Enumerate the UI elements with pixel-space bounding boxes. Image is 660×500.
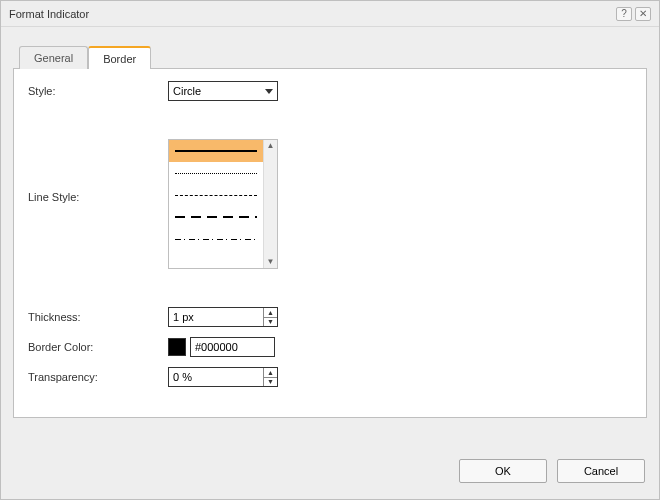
line-preview-solid: [175, 150, 257, 152]
dialog-format-indicator: Format Indicator ? ✕ General Border Styl…: [0, 0, 660, 500]
style-select[interactable]: Circle: [168, 81, 278, 101]
style-select-wrap: Circle: [168, 81, 278, 101]
tab-general[interactable]: General: [19, 46, 88, 69]
thickness-spin-up-icon[interactable]: ▲: [264, 308, 277, 318]
line-preview-dash-dot: [175, 239, 257, 240]
window-title: Format Indicator: [9, 8, 613, 20]
color-swatch[interactable]: [168, 338, 186, 356]
close-icon[interactable]: ✕: [635, 7, 651, 21]
border-color-input-wrap: [168, 337, 275, 357]
label-transparency: Transparency:: [28, 371, 168, 383]
border-color-input[interactable]: [190, 337, 275, 357]
row-style: Style: Circle: [28, 81, 632, 101]
label-line-style: Line Style:: [28, 139, 168, 203]
thickness-input[interactable]: [169, 308, 277, 326]
label-border-color: Border Color:: [28, 341, 168, 353]
transparency-input[interactable]: [169, 368, 277, 386]
line-preview-long-dash: [175, 216, 257, 218]
row-border-color: Border Color:: [28, 337, 632, 357]
line-style-item-solid[interactable]: [169, 140, 263, 162]
row-transparency: Transparency: ▲ ▼: [28, 367, 632, 387]
row-line-style: Line Style:: [28, 139, 632, 269]
cancel-button[interactable]: Cancel: [557, 459, 645, 483]
transparency-spinner: ▲ ▼: [263, 368, 277, 386]
line-style-item-dashed[interactable]: [169, 184, 263, 206]
line-style-item-dotted[interactable]: [169, 162, 263, 184]
thickness-spinner: ▲ ▼: [263, 308, 277, 326]
thickness-input-wrap: ▲ ▼: [168, 307, 278, 327]
panel-border: Style: Circle Line Style:: [13, 68, 647, 418]
line-style-scrollbar[interactable]: ▲ ▼: [263, 140, 277, 268]
line-style-list: ▲ ▼: [168, 139, 278, 269]
scroll-up-icon[interactable]: ▲: [267, 142, 275, 150]
thickness-spin-down-icon[interactable]: ▼: [264, 318, 277, 327]
transparency-spin-up-icon[interactable]: ▲: [264, 368, 277, 378]
tab-bar: General Border: [19, 45, 647, 68]
dialog-body: General Border Style: Circle Line Style:: [1, 27, 659, 447]
line-style-item-dash-dot[interactable]: [169, 228, 263, 250]
line-style-item-long-dash[interactable]: [169, 206, 263, 228]
line-preview-dotted: [175, 173, 257, 174]
titlebar: Format Indicator ? ✕: [1, 1, 659, 27]
tab-border[interactable]: Border: [88, 46, 151, 69]
line-style-options: [169, 140, 263, 268]
scroll-down-icon[interactable]: ▼: [267, 258, 275, 266]
transparency-input-wrap: ▲ ▼: [168, 367, 278, 387]
label-style: Style:: [28, 85, 168, 97]
ok-button[interactable]: OK: [459, 459, 547, 483]
label-thickness: Thickness:: [28, 311, 168, 323]
row-thickness: Thickness: ▲ ▼: [28, 307, 632, 327]
help-icon[interactable]: ?: [616, 7, 632, 21]
dialog-footer: OK Cancel: [459, 459, 645, 483]
transparency-spin-down-icon[interactable]: ▼: [264, 378, 277, 387]
line-preview-dashed: [175, 195, 257, 196]
